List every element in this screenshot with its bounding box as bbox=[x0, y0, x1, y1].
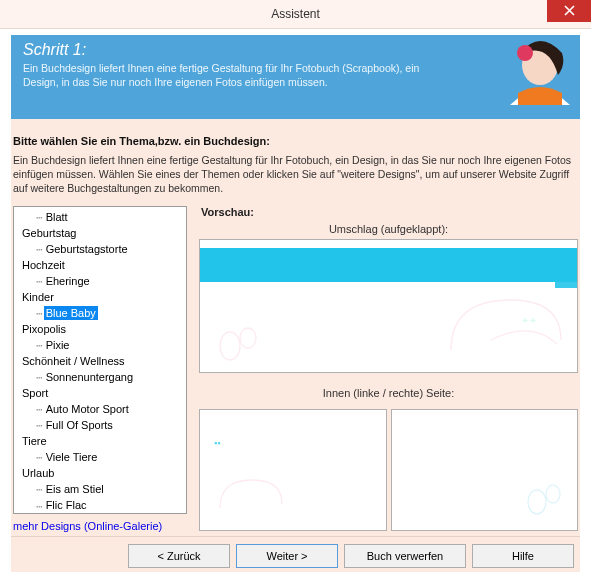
tree-item-label: Kinder bbox=[20, 290, 56, 304]
tree-item-label: Schönheit / Wellness bbox=[20, 354, 127, 368]
tree-item-label: Geburtstag bbox=[20, 226, 78, 240]
tree-item[interactable]: Hochzeit bbox=[14, 257, 186, 273]
preview-title: Vorschau: bbox=[201, 206, 578, 218]
tree-item[interactable]: ⋯Eis am Stiel bbox=[14, 481, 186, 497]
tree-connector-icon: ⋯ bbox=[36, 452, 43, 464]
tree-item-label: Sport bbox=[20, 386, 50, 400]
tree-item-label: Eheringe bbox=[44, 274, 92, 288]
help-button[interactable]: Hilfe bbox=[472, 544, 574, 568]
tree-item-label: Full Of Sports bbox=[44, 418, 115, 432]
tree-item-label: Flic Flac bbox=[44, 498, 89, 512]
avatar bbox=[470, 35, 580, 105]
tree-item[interactable]: ⋯Blatt bbox=[14, 209, 186, 225]
preview-column: Vorschau: Umschlag (aufgeklappt): ✦✦ Inn… bbox=[199, 206, 578, 532]
tree-connector-icon: ⋯ bbox=[36, 244, 43, 256]
wizard-button-bar: < Zurück Weiter > Buch verwerfen Hilfe bbox=[11, 536, 580, 572]
cover-blue-bar bbox=[200, 248, 577, 282]
svg-text:✦✦: ✦✦ bbox=[521, 315, 537, 326]
page-left-shape bbox=[210, 468, 290, 524]
preview-inner-pages: ▪▪ bbox=[199, 409, 578, 531]
wizard-body: Bitte wählen Sie ein Thema,bzw. ein Buch… bbox=[11, 119, 580, 536]
tree-item[interactable]: ⋯Viele Tiere bbox=[14, 449, 186, 465]
more-designs-link[interactable]: mehr Designs (Online-Galerie) bbox=[13, 520, 162, 532]
page-logo-icon: ▪▪ bbox=[214, 438, 220, 448]
tree-item[interactable]: ⋯Full Of Sports bbox=[14, 417, 186, 433]
cover-shape-right: ✦✦ bbox=[431, 280, 571, 368]
cover-shape-left bbox=[210, 316, 270, 366]
tree-item-label: Hochzeit bbox=[20, 258, 67, 272]
tree-connector-icon: ⋯ bbox=[36, 340, 43, 352]
tree-item[interactable]: ⋯Pixie bbox=[14, 337, 186, 353]
tree-connector-icon: ⋯ bbox=[36, 276, 43, 288]
tree-item-label: Blatt bbox=[44, 210, 70, 224]
close-button[interactable] bbox=[547, 0, 591, 22]
preview-inner-label: Innen (linke / rechte) Seite: bbox=[199, 387, 578, 399]
preview-page-left: ▪▪ bbox=[199, 409, 387, 531]
tree-connector-icon: ⋯ bbox=[36, 372, 43, 384]
tree-item-label: Pixie bbox=[44, 338, 72, 352]
preview-cover: ✦✦ bbox=[199, 239, 578, 373]
tree-item[interactable]: Schönheit / Wellness bbox=[14, 353, 186, 369]
instruction-text: Ein Buchdesign liefert Ihnen eine fertig… bbox=[13, 153, 578, 196]
tree-item-label: Urlaub bbox=[20, 466, 56, 480]
tree-item-label: Tiere bbox=[20, 434, 49, 448]
tree-connector-icon: ⋯ bbox=[36, 501, 43, 513]
window-title: Assistent bbox=[271, 7, 320, 21]
tree-item[interactable]: ⋯Geburtstagstorte bbox=[14, 241, 186, 257]
svg-point-3 bbox=[240, 328, 256, 348]
tree-item-label: Viele Tiere bbox=[44, 450, 100, 464]
close-icon bbox=[564, 5, 575, 18]
tree-item[interactable]: Urlaub bbox=[14, 465, 186, 481]
tree-item-label: Auto Motor Sport bbox=[44, 402, 131, 416]
tree-item[interactable]: Sport bbox=[14, 385, 186, 401]
tree-item[interactable]: ⋯Blue Baby bbox=[14, 305, 186, 321]
page-right-shape bbox=[519, 476, 569, 520]
tree-connector-icon: ⋯ bbox=[36, 420, 43, 432]
tree-item-label: Geburtstagstorte bbox=[44, 242, 130, 256]
step-description: Ein Buchdesign liefert Ihnen eine fertig… bbox=[23, 61, 423, 89]
tree-item[interactable]: Pixopolis bbox=[14, 321, 186, 337]
tree-item-label: Blue Baby bbox=[44, 306, 98, 320]
tree-item[interactable]: Geburtstag bbox=[14, 225, 186, 241]
tree-item[interactable]: ⋯Auto Motor Sport bbox=[14, 401, 186, 417]
tree-connector-icon: ⋯ bbox=[36, 212, 43, 224]
title-bar: Assistent bbox=[0, 0, 591, 29]
svg-point-1 bbox=[517, 45, 533, 61]
preview-page-right bbox=[391, 409, 579, 531]
preview-cover-label: Umschlag (aufgeklappt): bbox=[199, 223, 578, 235]
tree-item-label: Sonnenuntergang bbox=[44, 370, 135, 384]
svg-point-6 bbox=[546, 485, 560, 503]
tree-connector-icon: ⋯ bbox=[36, 484, 43, 496]
tree-item[interactable]: ⋯Sonnenuntergang bbox=[14, 369, 186, 385]
tree-item[interactable]: Tiere bbox=[14, 433, 186, 449]
tree-connector-icon: ⋯ bbox=[36, 404, 43, 416]
back-button[interactable]: < Zurück bbox=[128, 544, 230, 568]
tree-item[interactable]: ⋯Eheringe bbox=[14, 273, 186, 289]
tree-item[interactable]: ⋯Flic Flac bbox=[14, 497, 186, 513]
wizard-step-header: Schritt 1: Ein Buchdesign liefert Ihnen … bbox=[11, 35, 580, 119]
tree-item[interactable]: Kinder bbox=[14, 289, 186, 305]
tree-item-label: Eis am Stiel bbox=[44, 482, 106, 496]
next-button[interactable]: Weiter > bbox=[236, 544, 338, 568]
discard-button[interactable]: Buch verwerfen bbox=[344, 544, 466, 568]
svg-point-5 bbox=[528, 490, 546, 514]
tree-connector-icon: ⋯ bbox=[36, 308, 43, 320]
prompt-heading: Bitte wählen Sie ein Thema,bzw. ein Buch… bbox=[13, 135, 578, 147]
svg-point-2 bbox=[220, 332, 240, 360]
tree-item-label: Pixopolis bbox=[20, 322, 68, 336]
theme-tree-column: ⋯BlattGeburtstag⋯GeburtstagstorteHochzei… bbox=[13, 206, 187, 532]
theme-tree[interactable]: ⋯BlattGeburtstag⋯GeburtstagstorteHochzei… bbox=[13, 206, 187, 514]
